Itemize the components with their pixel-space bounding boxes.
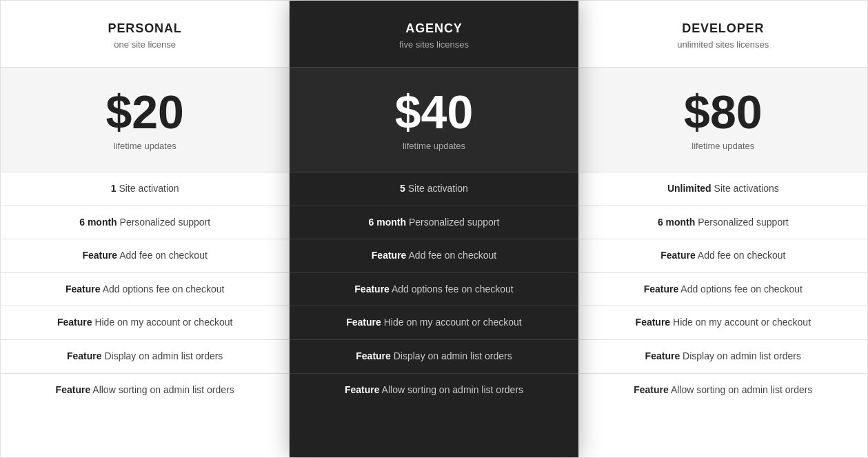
feature-bold-personal-0: 1 (111, 183, 117, 194)
feature-row-agency-0: 5 Site activation (290, 172, 578, 206)
feature-row-developer-1: 6 month Personalized support (579, 206, 867, 240)
plan-header-developer: DEVELOPERunlimited sites licenses (579, 1, 867, 68)
feature-bold-agency-4: Feature (346, 317, 381, 328)
plan-subtitle-agency: five sites licenses (303, 39, 564, 50)
feature-row-developer-2: Feature Add fee on checkout (579, 239, 867, 273)
feature-row-personal-5: Feature Display on admin list orders (1, 340, 289, 374)
feature-row-personal-6: Feature Allow sorting on admin list orde… (1, 374, 289, 407)
feature-bold-personal-3: Feature (65, 283, 101, 295)
feature-bold-agency-6: Feature (345, 384, 380, 395)
feature-bold-personal-1: 6 month (79, 217, 117, 228)
feature-bold-personal-2: Feature (82, 250, 117, 261)
plan-price-section-agency: $40lifetime updates (290, 68, 578, 172)
plan-price-section-developer: $80lifetime updates (579, 68, 867, 172)
pricing-table: PERSONALone site license$20lifetime upda… (0, 0, 868, 458)
feature-bold-developer-2: Feature (660, 250, 696, 261)
feature-bold-personal-4: Feature (57, 317, 92, 328)
feature-row-personal-4: Feature Hide on my account or checkout (1, 306, 289, 340)
feature-bold-developer-6: Feature (634, 384, 669, 395)
plan-col-personal: PERSONALone site license$20lifetime upda… (1, 1, 290, 457)
plan-features-developer: Unlimited Site activations6 month Person… (579, 172, 867, 406)
feature-row-developer-4: Feature Hide on my account or checkout (579, 306, 867, 340)
feature-bold-developer-4: Feature (636, 317, 671, 328)
feature-row-agency-5: Feature Display on admin list orders (290, 340, 578, 374)
feature-row-agency-2: Feature Add fee on checkout (290, 239, 578, 273)
feature-row-personal-3: Feature Add options fee on checkout (1, 273, 289, 307)
plan-header-personal: PERSONALone site license (1, 1, 289, 68)
feature-row-agency-6: Feature Allow sorting on admin list orde… (290, 374, 578, 407)
plan-subtitle-developer: unlimited sites licenses (593, 39, 854, 50)
plan-price-agency: $40 (303, 88, 564, 135)
feature-bold-developer-1: 6 month (658, 217, 695, 228)
feature-row-personal-2: Feature Add fee on checkout (1, 239, 289, 273)
feature-bold-agency-5: Feature (356, 350, 391, 361)
plan-col-developer: DEVELOPERunlimited sites licenses$80life… (579, 1, 867, 457)
plan-features-agency: 5 Site activation6 month Personalized su… (290, 172, 578, 406)
feature-row-personal-1: 6 month Personalized support (1, 206, 289, 240)
feature-row-personal-0: 1 Site activation (1, 172, 289, 206)
plan-price-label-agency: lifetime updates (303, 141, 564, 151)
feature-bold-personal-6: Feature (56, 384, 91, 395)
feature-bold-developer-0: Unlimited (667, 183, 711, 194)
plan-price-personal: $20 (14, 88, 275, 135)
feature-bold-personal-5: Feature (67, 350, 102, 361)
plan-subtitle-personal: one site license (14, 39, 275, 50)
feature-bold-agency-0: 5 (400, 183, 405, 194)
feature-row-agency-1: 6 month Personalized support (290, 206, 578, 240)
feature-bold-developer-3: Feature (644, 283, 679, 295)
feature-bold-agency-1: 6 month (369, 217, 406, 228)
feature-bold-agency-2: Feature (372, 250, 407, 261)
feature-bold-agency-3: Feature (354, 283, 390, 295)
plan-price-label-developer: lifetime updates (593, 141, 854, 151)
plan-name-personal: PERSONAL (14, 21, 275, 36)
plan-price-developer: $80 (593, 88, 854, 135)
feature-row-agency-4: Feature Hide on my account or checkout (290, 306, 578, 340)
plan-name-developer: DEVELOPER (593, 21, 854, 36)
feature-row-developer-5: Feature Display on admin list orders (579, 340, 867, 374)
plan-price-section-personal: $20lifetime updates (1, 68, 289, 172)
feature-bold-developer-5: Feature (645, 350, 680, 361)
plan-price-label-personal: lifetime updates (14, 141, 275, 151)
plan-name-agency: AGENCY (303, 21, 564, 36)
plan-features-personal: 1 Site activation6 month Personalized su… (1, 172, 289, 406)
plan-header-agency: AGENCYfive sites licenses (290, 1, 578, 68)
feature-row-agency-3: Feature Add options fee on checkout (290, 273, 578, 307)
feature-row-developer-0: Unlimited Site activations (579, 172, 867, 206)
plan-col-agency: AGENCYfive sites licenses$40lifetime upd… (290, 1, 578, 457)
feature-row-developer-6: Feature Allow sorting on admin list orde… (579, 374, 867, 407)
feature-row-developer-3: Feature Add options fee on checkout (579, 273, 867, 307)
